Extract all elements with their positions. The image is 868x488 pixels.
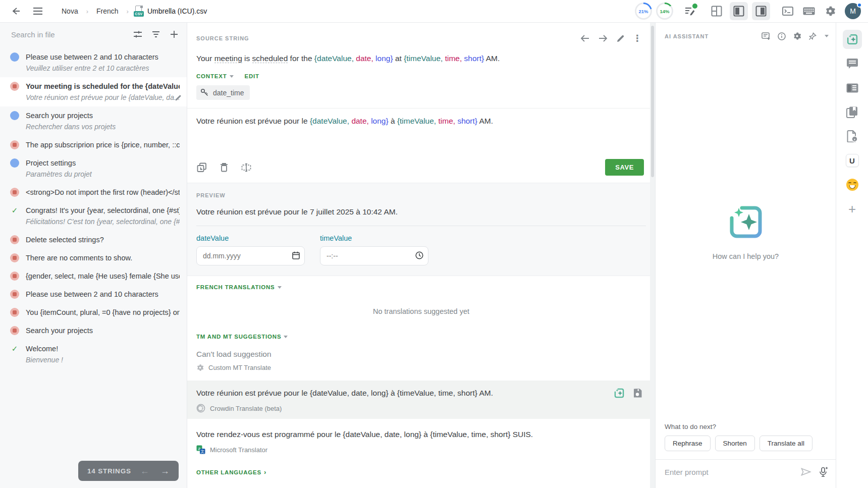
save-button[interactable]: SAVE xyxy=(605,159,644,176)
layout-right-panel-icon[interactable] xyxy=(752,2,770,20)
gear-small-icon xyxy=(196,364,204,371)
string-list-item[interactable]: {gender, select, male {He uses} female {… xyxy=(0,267,187,285)
next-string-icon[interactable] xyxy=(598,34,608,42)
add-string-icon[interactable] xyxy=(167,27,182,42)
ai-settings-gear-icon[interactable] xyxy=(793,32,801,40)
filter-icon[interactable] xyxy=(148,27,164,42)
use-suggestion-save-icon[interactable] xyxy=(633,389,642,398)
dateValue-input[interactable] xyxy=(196,246,305,265)
translated-status-icon xyxy=(10,158,19,168)
string-list-item[interactable]: Delete selected strings? xyxy=(0,231,187,249)
string-segment: {timeValue, xyxy=(404,54,443,63)
other-languages-toggle[interactable]: OTHER LANGUAGES› xyxy=(196,468,266,476)
breadcrumb: Nova › French › CSV Umbrella (ICU).csv xyxy=(59,5,207,17)
add-app-icon[interactable]: + xyxy=(843,199,862,219)
what-to-do-next-label: What to do next? xyxy=(665,423,827,430)
translation-input[interactable]: Votre réunion est prévue pour le {dateVa… xyxy=(187,109,655,155)
string-translation-text: Rechercher dans vos projets xyxy=(26,122,180,132)
breadcrumb-language[interactable]: French xyxy=(93,5,122,17)
edit-context-button[interactable]: EDIT xyxy=(245,73,259,79)
editor-scrollbar[interactable] xyxy=(650,23,655,488)
csv-file-icon: CSV xyxy=(134,6,144,17)
voice-input-icon[interactable] xyxy=(819,467,828,477)
suggestion-row[interactable]: Votre rendez-vous est programmé pour le … xyxy=(187,422,655,460)
suggestion-row[interactable]: Votre réunion est prévue pour le {dateVa… xyxy=(187,381,655,419)
french-translations-toggle[interactable]: FRENCH TRANSLATIONS xyxy=(196,284,646,290)
breadcrumb-file[interactable]: CSV Umbrella (ICU).csv xyxy=(134,6,207,17)
top-bar: Nova › French › CSV Umbrella (ICU).csv 2… xyxy=(0,0,868,22)
edit-source-icon[interactable] xyxy=(616,34,625,43)
string-key-chip[interactable]: date_time xyxy=(196,85,250,100)
string-segment: {dateValue, xyxy=(314,54,354,63)
string-list-item[interactable]: Search your projects xyxy=(0,321,187,340)
string-list-item[interactable]: Search your projectsRechercher dans vos … xyxy=(0,106,187,136)
microsoft-logo-icon: a文 xyxy=(196,445,205,454)
string-list-item[interactable]: The app subscriprion price is {price, nu… xyxy=(0,136,187,154)
string-list-item[interactable]: Please use between 2 and 10 charactersVe… xyxy=(0,48,187,77)
custom-app-u-tab[interactable]: U xyxy=(843,151,862,170)
string-list-item[interactable]: You {itemCount, plural, =0 {have no proj… xyxy=(0,303,187,321)
calendar-icon[interactable] xyxy=(292,251,300,259)
emoji-app-tab-icon[interactable] xyxy=(843,175,862,194)
keyboard-shortcuts-icon[interactable] xyxy=(800,3,818,20)
console-icon[interactable] xyxy=(779,3,796,20)
tm-mt-suggestions-toggle[interactable]: TM AND MT SUGGESTIONS xyxy=(196,334,646,340)
layout-left-panel-icon[interactable] xyxy=(730,2,748,20)
string-list-item[interactable]: There are no comments to show. xyxy=(0,249,187,267)
user-avatar[interactable]: M xyxy=(845,3,861,19)
clear-translation-icon[interactable] xyxy=(218,161,231,174)
previous-string-icon[interactable] xyxy=(580,34,590,42)
string-segment: date, xyxy=(351,117,368,125)
file-info-tab-icon[interactable] xyxy=(843,127,862,146)
edit-pencil-icon[interactable] xyxy=(175,94,182,101)
draft-edit-icon[interactable] xyxy=(681,3,698,20)
string-list-item[interactable]: Project settingsParamètres du projet xyxy=(0,154,187,183)
clock-icon[interactable] xyxy=(415,251,423,259)
layout-grid-icon[interactable] xyxy=(708,2,726,20)
send-icon[interactable] xyxy=(800,467,811,476)
caret-down-icon[interactable] xyxy=(825,35,829,37)
pin-icon[interactable] xyxy=(808,32,817,40)
string-translation-text: Veuillez utiliser entre 2 et 10 caractèr… xyxy=(26,63,180,73)
ai-greeting: How can I help you? xyxy=(713,252,779,260)
ai-refine-suggestion-icon[interactable] xyxy=(614,388,625,399)
context-toggle[interactable]: CONTEXT xyxy=(196,73,234,79)
translation-progress-ring[interactable]: 21% xyxy=(635,3,652,20)
context-info-tab-icon[interactable] xyxy=(843,78,862,97)
caret-down-icon xyxy=(278,286,282,289)
comments-tab-icon[interactable] xyxy=(843,54,862,73)
hamburger-menu-icon[interactable] xyxy=(29,3,46,20)
translate-all-button[interactable]: Translate all xyxy=(760,436,812,451)
back-icon[interactable] xyxy=(7,3,24,20)
shorten-button[interactable]: Shorten xyxy=(715,436,755,451)
string-list-item[interactable]: ✓Congrats! It's your {year, selectordina… xyxy=(0,201,187,231)
string-segment: à xyxy=(389,117,397,125)
approval-progress-ring[interactable]: 14% xyxy=(656,3,673,20)
select-text-icon[interactable] xyxy=(240,161,253,174)
string-source-text: Project settings xyxy=(26,158,180,168)
prev-string-arrow[interactable]: ← xyxy=(138,466,151,476)
info-icon[interactable] xyxy=(778,32,786,40)
ai-assistant-tab-icon[interactable] xyxy=(843,30,862,49)
preview-field-timeValue: timeValue xyxy=(320,234,428,265)
untranslated-status-icon xyxy=(10,235,19,244)
string-source-text: You {itemCount, plural, =0 {have no proj… xyxy=(26,307,180,317)
next-string-arrow[interactable]: → xyxy=(158,466,172,476)
tune-filters-icon[interactable] xyxy=(130,27,145,42)
gear-icon[interactable] xyxy=(822,3,839,20)
string-list-item[interactable]: Please use between 2 and 10 characters xyxy=(0,285,187,303)
new-conversation-icon[interactable] xyxy=(762,32,771,40)
string-segment: is xyxy=(242,54,252,63)
string-list-item[interactable]: Your meeting is scheduled for the {dateV… xyxy=(0,77,187,106)
prompt-input[interactable] xyxy=(665,468,793,476)
search-input[interactable] xyxy=(11,30,127,39)
timeValue-input[interactable] xyxy=(320,246,428,265)
string-list-item[interactable]: <strong>Do not import the first row (hea… xyxy=(0,183,187,201)
copy-source-icon[interactable] xyxy=(195,161,208,174)
breadcrumb-project[interactable]: Nova xyxy=(59,5,81,17)
more-options-icon[interactable]: ⋮ xyxy=(633,33,642,44)
string-list-item[interactable]: ✓Welcome!Bienvenue ! xyxy=(0,340,187,369)
glossary-tab-icon[interactable] xyxy=(843,102,862,122)
rephrase-button[interactable]: Rephrase xyxy=(665,436,711,451)
field-label: dateValue xyxy=(196,234,305,242)
